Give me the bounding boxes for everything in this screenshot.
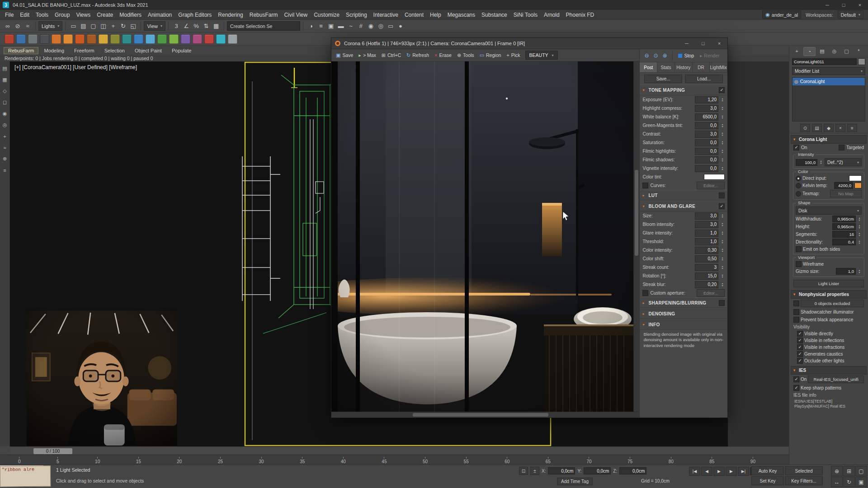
set-key-button[interactable]: Set Key [751, 476, 784, 485]
lut-enable-checkbox[interactable] [719, 192, 725, 198]
shape-param-field[interactable]: 16 [832, 231, 856, 238]
param-value-field[interactable]: 15,0 [695, 272, 718, 280]
vfb-toolbar-button[interactable]: + Pick [504, 51, 523, 60]
unlink-selection-icon[interactable]: ⊘ [13, 21, 23, 31]
plugin-skyblue-icon[interactable] [146, 34, 155, 44]
param-value-field[interactable]: 3,0 [695, 221, 718, 228]
corona-teapot-orange-icon[interactable] [63, 34, 73, 44]
corona-minimize-button[interactable]: ─ [679, 38, 695, 48]
x-coordinate-field[interactable]: 0,0cm [548, 467, 575, 474]
plugin-magenta-icon[interactable] [193, 34, 202, 44]
texmap-radio[interactable] [796, 191, 801, 197]
containers-icon[interactable]: ≡ [0, 166, 9, 174]
param-value-field[interactable]: 0,0 [695, 122, 718, 129]
layer-icon[interactable]: ▦ [0, 75, 9, 84]
object-color-swatch[interactable] [858, 58, 865, 65]
color-tint-swatch[interactable] [704, 174, 725, 180]
spinner[interactable]: ▴▾ [857, 225, 862, 229]
spinner[interactable]: ▴▾ [720, 106, 725, 111]
ribbon-tab[interactable]: Populate [167, 47, 196, 54]
zoom-reset-icon[interactable]: ⊙ [651, 51, 660, 60]
object-name-field[interactable]: CoronaLight011 [792, 58, 857, 65]
spinner[interactable]: ▴▾ [720, 132, 725, 136]
display-panel-icon[interactable]: ▢ [841, 47, 852, 55]
direct-input-radio[interactable] [796, 176, 801, 181]
menu-item[interactable]: Interactive [370, 10, 401, 20]
auto-key-button[interactable]: Auto Key [751, 466, 784, 475]
param-value-field[interactable]: 3,0 [695, 212, 718, 220]
param-value-field[interactable]: 0,0 [695, 139, 718, 146]
menu-item[interactable]: RebusFarm [246, 10, 281, 20]
checkbox[interactable] [797, 358, 803, 364]
menu-item[interactable]: Create [94, 10, 116, 20]
emit-both-sides-checkbox[interactable] [796, 246, 802, 252]
menu-item[interactable]: Modifiers [116, 10, 145, 20]
exclude-checkbox[interactable] [793, 300, 799, 306]
viewport-label[interactable]: [+] [CoronaCamera001] [User Defined] [Wi… [14, 64, 137, 70]
vfb-toolbar-button[interactable]: × Erase [432, 51, 454, 60]
param-value-field[interactable]: 0,50 [695, 255, 718, 263]
menu-item[interactable]: Arnold [541, 10, 563, 20]
corona-close-button[interactable]: × [711, 38, 727, 48]
plugin-olive-icon[interactable] [110, 34, 120, 44]
menu-item[interactable]: Rendering [215, 10, 246, 20]
param-value-field[interactable]: 1,0 [695, 230, 718, 237]
menu-item[interactable]: SiNi Tools [510, 10, 541, 20]
spinner[interactable]: ▴▾ [720, 231, 725, 235]
menu-item[interactable]: Help [427, 10, 444, 20]
y-coordinate-field[interactable]: 0,0cm [584, 467, 611, 474]
stop-render-button[interactable]: Stop [676, 51, 696, 60]
percent-snap-icon[interactable]: % [191, 21, 201, 31]
rollout-nonphysical[interactable]: ▾ Nonphysical properties [791, 290, 867, 299]
spinner[interactable]: ▴▾ [857, 232, 862, 237]
curves-editor-button[interactable]: Editor... [697, 182, 725, 189]
plugin-purple-icon[interactable] [181, 34, 190, 44]
shape-dropdown[interactable]: Disk [796, 206, 862, 215]
spinner[interactable]: ▴▾ [720, 141, 725, 145]
mirror-icon[interactable]: ◑ [306, 21, 316, 31]
denoising-header[interactable]: ▸ DENOISING [640, 308, 727, 319]
render-horizontal-scrollbar[interactable] [331, 412, 639, 418]
wireframe-checkbox[interactable] [796, 261, 802, 267]
zoom-viewport-icon[interactable]: ⊕ [831, 466, 843, 476]
texmap-button[interactable]: No Map [830, 190, 862, 197]
spinner[interactable]: ▴▾ [720, 158, 725, 162]
param-value-field[interactable]: 0,30 [695, 247, 718, 254]
select-by-name-icon[interactable]: ▤ [78, 21, 88, 31]
ribbon-tab[interactable]: Object Paint [130, 47, 166, 54]
next-frame-icon[interactable]: ▶ [726, 467, 737, 476]
menu-item[interactable]: Civil View [281, 10, 311, 20]
keep-sharp-checkbox[interactable] [793, 385, 799, 391]
checkbox[interactable] [793, 309, 799, 315]
param-value-field[interactable]: 3,0 [695, 131, 718, 138]
ribbon-tab[interactable]: Modeling [39, 47, 69, 54]
zoom-out-icon[interactable]: ⊖ [642, 51, 651, 60]
light-lister-button[interactable]: Light Lister [793, 280, 864, 287]
param-value-field[interactable]: 0,0 [695, 165, 718, 172]
corona-teapot-icon[interactable] [52, 34, 61, 44]
vfb-toolbar-button[interactable]: ▸ > Max [356, 51, 378, 60]
param-value-field[interactable]: 1,20 [695, 96, 718, 103]
modify-panel-icon[interactable]: ◔ [803, 47, 816, 56]
plugin-cyan-icon[interactable] [216, 34, 226, 44]
spinner[interactable]: ▴▾ [720, 98, 725, 102]
intensity-spinner[interactable]: ▴▾ [819, 160, 823, 164]
vfb-panel-tab[interactable]: History [675, 62, 693, 72]
select-object-icon[interactable]: ▭ [68, 21, 78, 31]
spinner[interactable]: ▴▾ [720, 265, 725, 270]
modifier-stack[interactable]: ◎ CoronaLight [792, 77, 865, 122]
param-value-field[interactable]: 3,0 [695, 105, 718, 112]
param-value-field[interactable]: 1,0 [695, 238, 718, 245]
param-value-field[interactable]: 0,0 [695, 156, 718, 164]
ribbon-tab[interactable]: RebusFarm [4, 47, 38, 54]
vfb-toolbar-button[interactable]: ↻ Refresh [404, 51, 432, 60]
checkbox[interactable] [797, 351, 803, 357]
checkbox[interactable] [797, 344, 803, 350]
plugin-teal-icon[interactable] [122, 34, 132, 44]
stack-item-coronalight[interactable]: ◎ CoronaLight [793, 78, 865, 85]
plugin-green-icon[interactable] [157, 34, 167, 44]
vfb-panel-tab[interactable]: Post [640, 62, 657, 72]
render-production-icon[interactable]: ● [396, 21, 406, 31]
plugin-red-icon[interactable] [204, 34, 214, 44]
key-filters-button[interactable]: Key Filters... [785, 476, 823, 485]
